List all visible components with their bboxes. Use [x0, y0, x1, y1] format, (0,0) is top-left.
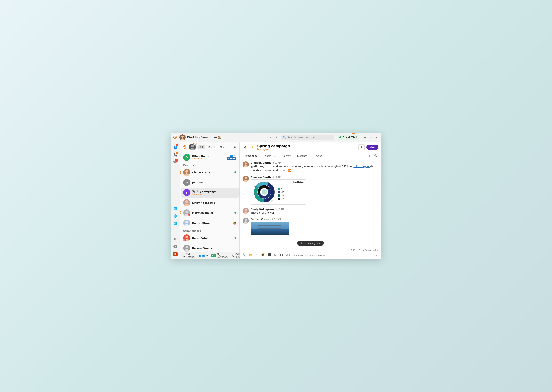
favorites-section-label: Favorites — [180, 162, 240, 167]
grid-plus-icon: ⊞ — [174, 237, 176, 241]
globe1-icon: 🌐 — [174, 207, 177, 210]
renergize-icon-button[interactable]: R — [172, 251, 179, 258]
emoji-icon-button[interactable]: 😊 — [260, 252, 266, 258]
contact-item-matthew[interactable]: A7 ⊘ Matthew Baker — [181, 208, 239, 218]
maximize-button[interactable]: □ — [368, 135, 373, 140]
contact-list: O Office Hours Renergize 👥 32 02:40 — [180, 152, 240, 252]
annotation-a6: A6 — [287, 168, 291, 173]
tab-meetings[interactable]: Meetings — [295, 153, 310, 159]
contact-item-clarissa[interactable]: A3 Clarissa Smith — [181, 167, 239, 177]
group-call-icons[interactable]: 👥 👥 ⚙ — [199, 254, 208, 257]
umar-info: Umar Patel — [192, 237, 232, 239]
msg1-content: Clarissa Smith 8:12 AM @All - Hey team, … — [251, 161, 378, 173]
format-icon-button[interactable]: T — [254, 252, 260, 258]
contact-item-office-hours[interactable]: O Office Hours Renergize 👥 32 02:40 — [181, 152, 239, 162]
softphone-item[interactable]: L1 My Softphone — [211, 253, 229, 259]
tab-messages[interactable]: Messages — [243, 153, 260, 159]
chevron-down-icon: ⌄ — [319, 242, 321, 245]
tab-content[interactable]: Content — [280, 153, 294, 159]
legend-mz-label: MZ — [281, 191, 284, 194]
kristin-name: Kristin Stone — [192, 222, 231, 224]
new-messages-button[interactable]: New messages ⌄ — [297, 241, 324, 246]
ellipsis-icon-button[interactable]: ··· — [172, 228, 179, 235]
dialpad-icon-button[interactable]: ⌨ 12 — [172, 159, 179, 166]
matthew-arrow-indicator: → — [231, 211, 236, 215]
annotation-a2: A2 — [182, 145, 187, 149]
user-avatar — [179, 134, 186, 140]
filter-spaces-button[interactable]: Spaces — [218, 145, 231, 149]
office-hours-avatar: O — [183, 154, 190, 161]
menu-icon-button[interactable]: ≡ — [232, 144, 237, 150]
question-icon: ? — [174, 245, 177, 248]
messages-area[interactable]: Clarissa Smith 8:12 AM @All - Hey team, … — [240, 159, 381, 247]
add-apps-button[interactable]: + Apps — [312, 153, 324, 159]
svg-point-34 — [245, 162, 247, 165]
svg-text:C: C — [254, 191, 255, 193]
contact-item-john[interactable]: JS John Smith — [181, 177, 239, 187]
notification-filter-button[interactable]: ⊞ — [366, 153, 371, 159]
people-badge: 6 — [176, 144, 178, 146]
svg-text:A: A — [264, 182, 265, 183]
globe2-icon-button[interactable]: 🌐 — [172, 212, 179, 219]
search-messages-button[interactable]: 🔍 — [373, 153, 378, 159]
nav-add-button[interactable]: + — [274, 135, 279, 140]
phone-icon-button[interactable]: 📞 1 — [172, 151, 179, 158]
attach-icon-button[interactable]: 📎 — [242, 252, 247, 258]
contact-item-darren[interactable]: Darren Owens — [181, 243, 239, 252]
darren-avatar — [183, 245, 190, 252]
filter-all-button[interactable]: All — [197, 145, 205, 149]
umar-online-indicator — [234, 237, 236, 239]
window-title: Working from home 🏠 — [187, 136, 260, 139]
spring-info: Spring campaign Renergize — [192, 190, 236, 195]
john-avatar: JS — [183, 179, 190, 186]
meet-button[interactable]: Meet — [366, 145, 378, 150]
nav-forward-button[interactable]: › — [268, 135, 273, 140]
sales-targets-link[interactable]: sales targets — [353, 165, 370, 168]
ellipsis-icon: ··· — [174, 230, 176, 232]
org-name: Great Wall — [342, 136, 357, 139]
svg-point-25 — [185, 236, 188, 238]
share-icon-button[interactable]: ⬆ — [358, 144, 364, 150]
msg1-time: 8:12 AM — [272, 162, 281, 164]
gif-icon-button[interactable]: ⬛ — [266, 252, 272, 258]
contact-item-emily[interactable]: Emily Nakagawa — [181, 198, 239, 208]
contact-item-kristin[interactable]: Kristin Stone 🔕 — [181, 218, 239, 228]
search-icon: 🔍 — [283, 136, 286, 139]
tab-people[interactable]: People (30) — [261, 153, 279, 159]
svg-point-22 — [185, 221, 188, 223]
search-bar[interactable]: 🔍 Search, meet, and call — [281, 134, 334, 140]
filter-direct-button[interactable]: Direct — [206, 145, 217, 149]
contact-item-spring[interactable]: S Spring campaign Renergize — [181, 188, 239, 197]
onedrive-badge: OneDrive — [291, 180, 305, 184]
close-button[interactable]: × — [374, 135, 379, 140]
send-button[interactable]: ➤ — [374, 252, 379, 258]
nav-back-button[interactable]: ‹ — [262, 135, 267, 140]
apps-label: Apps — [316, 154, 322, 157]
msg2-time: 8:12 AM — [272, 176, 281, 179]
star-icon-button[interactable]: ★ — [250, 145, 255, 150]
message-input[interactable] — [286, 253, 372, 257]
bell-icon: 🔕 — [233, 222, 236, 224]
mention-icon-button[interactable]: @ — [273, 252, 278, 258]
svg-text:S: S — [186, 191, 188, 194]
question-icon-button[interactable]: ? — [172, 243, 179, 250]
msg1-author: Clarissa Smith — [251, 161, 271, 164]
grid-plus-icon-button[interactable]: ⊞ — [172, 235, 179, 242]
contact-item-umar[interactable]: + Umar Patel — [181, 233, 239, 243]
input-hint: Shift + Enter for a new line — [242, 249, 379, 252]
emily-name: Emily Nakagawa — [192, 201, 236, 204]
people-icon-button[interactable]: 👥 6 — [172, 144, 179, 150]
svg-text:D: D — [271, 200, 273, 202]
chart-card: OneDrive — [251, 179, 306, 205]
svg-text:JS: JS — [185, 181, 188, 184]
settings-icon-button[interactable]: ⚙ — [243, 145, 248, 150]
folder-icon-button[interactable]: 📂 — [248, 252, 253, 258]
image-upload-icon-button[interactable]: 🖼 — [279, 252, 284, 258]
globe3-icon-button[interactable]: 🌐 — [172, 220, 179, 227]
clarissa-avatar — [183, 169, 190, 176]
globe1-icon-button[interactable]: 🌐 — [172, 205, 179, 212]
call-settings-item[interactable]: 📞 Call Settings — [182, 253, 196, 259]
legend-mz: MZ — [278, 191, 284, 194]
minimize-button[interactable]: − — [362, 135, 368, 140]
softphone-badge: L1 — [211, 254, 216, 257]
